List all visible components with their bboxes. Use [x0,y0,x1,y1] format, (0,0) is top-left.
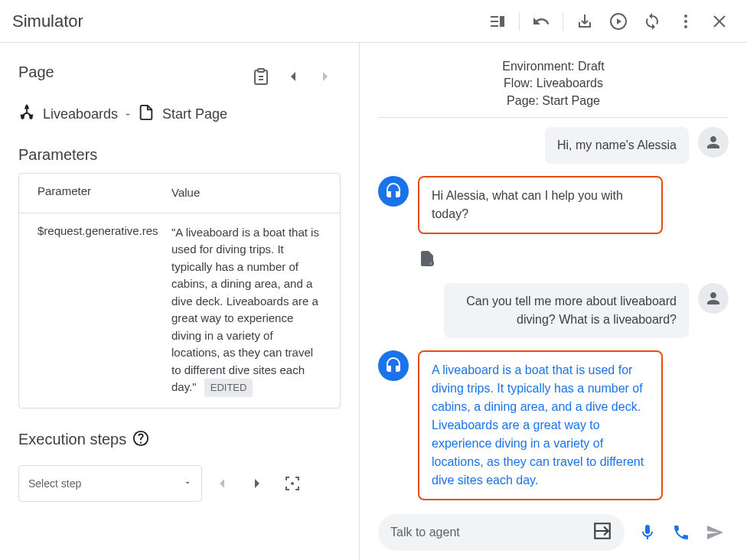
agent-avatar [378,176,409,207]
clipboard-button[interactable] [246,61,276,92]
save-button[interactable] [569,6,600,37]
next-step-button[interactable] [242,468,272,499]
focus-button[interactable] [277,468,308,499]
document-icon[interactable]: i [418,249,436,271]
param-name-cell: $request.generative.res [38,224,171,397]
breadcrumb-page[interactable]: Start Page [162,106,227,122]
page-icon [138,104,155,125]
mic-button[interactable] [634,519,661,546]
help-icon[interactable] [132,430,149,450]
svg-point-1 [684,15,687,18]
next-page-button[interactable] [310,61,341,92]
agent-message: Hi Alessia, what can I help you with tod… [418,176,663,234]
environment-info: Environment: Draft Flow: Liveaboards Pag… [378,43,729,118]
param-value-cell: "A liveaboard is a boat that is used for… [171,224,321,397]
flow-icon [18,104,35,125]
chat-input-wrapper[interactable] [378,514,625,551]
step-select[interactable]: Select step [18,465,202,502]
svg-point-4 [25,105,29,109]
parameters-heading: Parameters [18,146,341,164]
submit-icon[interactable] [592,521,612,544]
user-message: Can you tell me more about liveaboard di… [444,283,689,338]
value-col-header: Value [171,184,321,202]
prev-step-button[interactable] [207,468,237,499]
svg-text:i: i [430,261,431,265]
reset-button[interactable] [637,6,667,37]
agent-message-generative: A liveaboard is a boat that is used for … [418,350,663,500]
edited-badge: EDITED [204,379,253,397]
chat-area: Hi, my name's Alessia Hi Alessia, what c… [360,118,747,505]
breadcrumb-separator: - [126,106,130,122]
undo-button[interactable] [526,6,556,37]
panel-toggle-button[interactable] [482,6,513,37]
execution-steps-heading: Execution steps [18,431,126,448]
breadcrumb: Liveaboards - Start Page [18,104,341,125]
table-row[interactable]: $request.generative.res "A liveaboard is… [19,213,340,408]
more-menu-button[interactable] [670,6,701,37]
env-page: Page: Start Page [378,93,729,109]
left-panel: Page Liveaboards - Start [0,43,360,560]
step-select-placeholder: Select step [28,477,81,490]
chat-panel: Environment: Draft Flow: Liveaboards Pag… [360,43,747,560]
divider [563,12,563,31]
svg-point-8 [291,482,294,485]
svg-point-3 [684,25,687,28]
chevron-down-icon [183,477,192,490]
page-title: Simulator [12,11,83,31]
send-button[interactable] [701,519,729,546]
user-message: Hi, my name's Alessia [545,127,689,164]
phone-button[interactable] [667,519,695,546]
breadcrumb-flow[interactable]: Liveaboards [43,106,118,122]
page-section-label: Page [18,63,54,81]
param-col-header: Parameter [38,184,171,202]
svg-point-2 [684,20,687,23]
divider [519,12,520,31]
param-value-text: "A liveaboard is a boat that is used for… [171,226,319,394]
user-avatar [698,127,729,158]
svg-point-6 [29,116,33,119]
env-flow: Flow: Liveaboards [378,75,729,92]
close-button[interactable] [704,6,735,37]
agent-avatar [378,350,409,381]
prev-page-button[interactable] [278,61,308,92]
play-button[interactable] [603,6,634,37]
user-avatar [698,283,729,314]
input-bar [360,505,747,560]
chat-input[interactable] [390,526,592,539]
parameters-table: Parameter Value $request.generative.res … [18,173,341,409]
env-environment: Environment: Draft [378,58,729,75]
toolbar [482,6,735,37]
svg-point-5 [21,116,24,119]
